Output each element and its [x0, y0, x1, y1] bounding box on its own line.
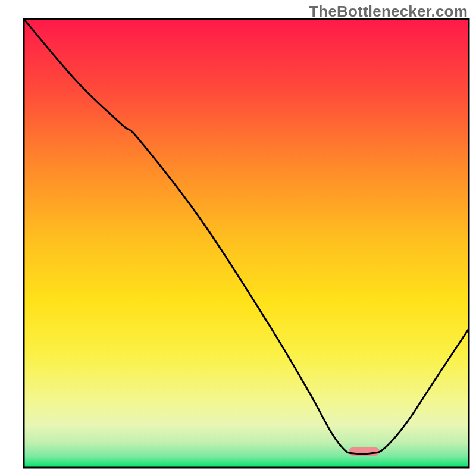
chart-svg — [0, 0, 476, 476]
chart-stage: TheBottlenecker.com — [0, 0, 476, 476]
watermark-text: TheBottlenecker.com — [309, 2, 468, 21]
plot-background — [24, 19, 469, 468]
